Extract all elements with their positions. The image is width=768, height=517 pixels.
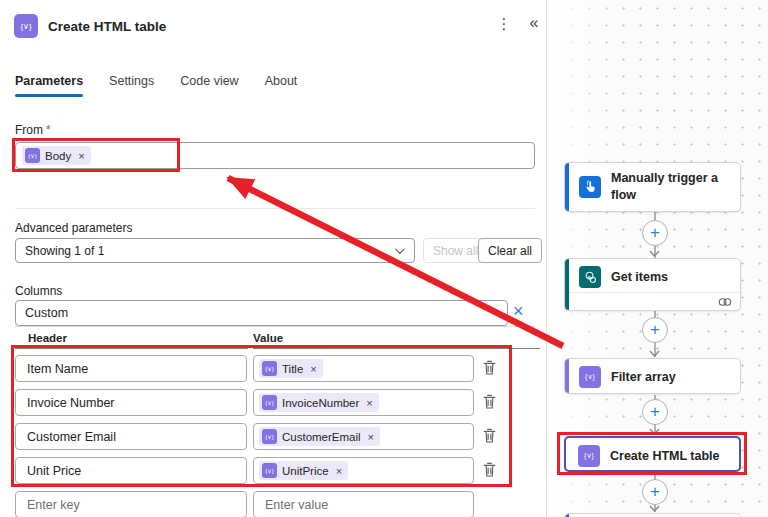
collapse-panel-button[interactable]: « — [524, 14, 544, 32]
node-title: Get items — [611, 269, 668, 286]
insert-step-button[interactable]: + — [642, 399, 668, 425]
new-key-input[interactable] — [15, 491, 247, 517]
delete-row-button[interactable] — [481, 427, 499, 447]
key-input[interactable] — [15, 457, 247, 484]
data-operation-icon: {∨} — [14, 14, 38, 38]
new-value-input[interactable] — [253, 491, 474, 517]
action-configuration-panel: {∨} Create HTML table ⋮ « Parameters Set… — [0, 0, 546, 517]
sharepoint-icon: s — [579, 266, 601, 288]
tab-parameters[interactable]: Parameters — [15, 74, 83, 97]
insert-step-button[interactable]: + — [642, 479, 668, 505]
dynamic-content-icon: {∨} — [262, 395, 277, 410]
manual-trigger-icon — [579, 176, 601, 198]
tab-code-view[interactable]: Code view — [180, 74, 238, 97]
value-token-field[interactable]: {∨}CustomerEmail× — [253, 423, 474, 450]
token-remove-button[interactable]: × — [368, 431, 374, 443]
token-label: InvoiceNumber — [282, 397, 359, 409]
key-input[interactable] — [15, 355, 247, 382]
node-filter-array[interactable]: {∨} Filter array — [564, 358, 741, 394]
power-automate-editor: {∨} Create HTML table ⋮ « Parameters Set… — [0, 0, 768, 517]
value-token-field[interactable]: {∨}InvoiceNumber× — [253, 389, 474, 416]
token-remove-button[interactable]: × — [336, 465, 342, 477]
tab-about[interactable]: About — [265, 74, 298, 97]
node-footer — [565, 292, 740, 311]
header-underline — [15, 348, 248, 349]
tab-settings[interactable]: Settings — [109, 74, 154, 97]
columns-label: Columns — [15, 284, 62, 298]
connector-arrowhead-icon — [649, 505, 660, 512]
delete-row-button[interactable] — [481, 359, 499, 379]
insert-step-button[interactable]: + — [642, 220, 668, 246]
node-accent — [565, 259, 569, 310]
key-input[interactable] — [15, 423, 247, 450]
connector-arrowhead-icon — [649, 250, 660, 257]
columns-dropdown[interactable]: Custom — [15, 300, 508, 326]
advanced-filter-dropdown[interactable]: Showing 1 of 1 — [15, 238, 415, 263]
clear-all-button[interactable]: Clear all — [478, 238, 542, 263]
node-title: Filter array — [611, 369, 676, 386]
panel-title: Create HTML table — [48, 19, 166, 34]
delete-row-button[interactable] — [481, 393, 499, 413]
data-operation-icon: {∨} — [578, 445, 600, 467]
node-create-html-table[interactable]: {∨} Create HTML table — [564, 436, 741, 472]
dynamic-content-icon: {∨} — [262, 463, 277, 478]
from-label: From* — [15, 123, 51, 137]
clear-columns-button[interactable]: × — [513, 301, 524, 322]
column-header-value: Value — [253, 332, 283, 344]
more-options-button[interactable]: ⋮ — [494, 15, 514, 33]
token-label: CustomerEmail — [282, 431, 361, 443]
token-label: UnitPrice — [282, 465, 329, 477]
dynamic-content-icon: {∨} — [262, 429, 277, 444]
from-input[interactable]: {∨} Body × — [15, 142, 535, 169]
column-header-key: Header — [28, 332, 67, 344]
data-operation-icon: {∨} — [579, 366, 601, 388]
token-label: Body — [45, 150, 71, 162]
token-remove-button[interactable]: × — [78, 150, 84, 162]
connector-arrowhead-icon — [649, 350, 660, 357]
connection-icon — [718, 297, 732, 307]
value-token-field[interactable]: {∨}UnitPrice× — [253, 457, 474, 484]
delete-row-button[interactable] — [481, 461, 499, 481]
panel-tabs: Parameters Settings Code view About — [15, 74, 297, 97]
value-token-field[interactable]: {∨}Title× — [253, 355, 474, 382]
key-input[interactable] — [15, 389, 247, 416]
node-partial-bottom[interactable] — [564, 513, 741, 517]
section-divider — [15, 208, 535, 209]
new-value-input-inner[interactable] — [254, 498, 473, 512]
node-title: Manually trigger a flow — [611, 170, 732, 204]
dynamic-content-icon: {∨} — [262, 361, 277, 376]
flow-canvas[interactable]: + + + + Manually trigger a flow s Get it… — [546, 0, 768, 517]
node-title: Create HTML table — [610, 448, 720, 465]
node-manually-trigger-flow[interactable]: Manually trigger a flow — [564, 162, 741, 212]
token-label: Title — [282, 363, 303, 375]
advanced-parameters-label: Advanced parameters — [15, 221, 132, 235]
node-accent — [565, 359, 569, 393]
required-asterisk: * — [46, 123, 51, 137]
connector-arrowhead-icon — [649, 428, 660, 435]
token-remove-button[interactable]: × — [366, 397, 372, 409]
body-token[interactable]: {∨} Body × — [22, 146, 91, 165]
token-remove-button[interactable]: × — [310, 363, 316, 375]
value-underline — [253, 348, 540, 349]
node-get-items[interactable]: s Get items — [564, 258, 741, 311]
dynamic-content-icon: {∨} — [25, 148, 40, 163]
chevron-down-icon — [395, 244, 405, 254]
table-top-divider — [15, 326, 535, 327]
insert-step-button[interactable]: + — [642, 317, 668, 343]
node-accent — [565, 163, 569, 211]
